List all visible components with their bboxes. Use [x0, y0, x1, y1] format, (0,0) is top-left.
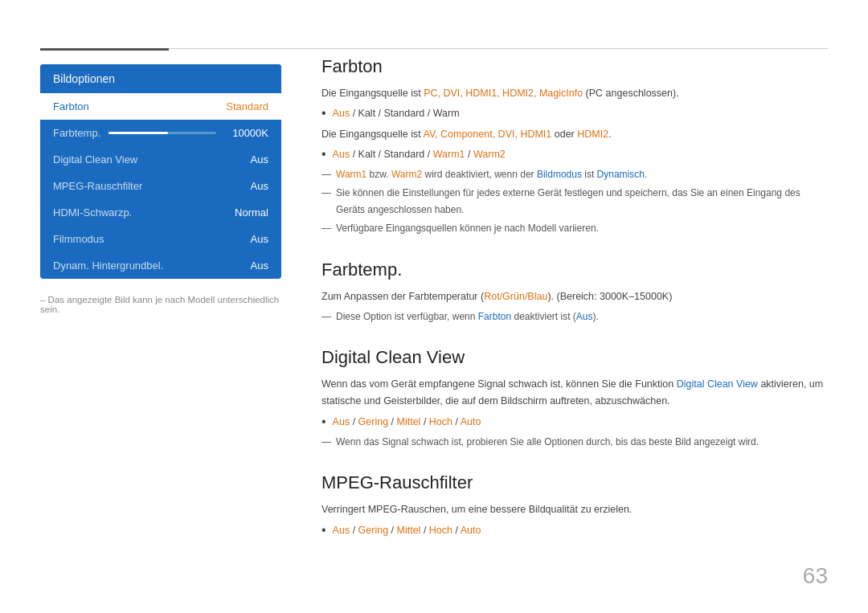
menu-item-value-dynam: Aus	[251, 260, 268, 272]
note-dash4: —	[321, 309, 331, 325]
mpeg-para1: Verringert MPEG-Rauschen, um eine besser…	[321, 501, 828, 518]
menu-item-value-film: Aus	[251, 233, 268, 245]
note-dash3: —	[321, 220, 331, 236]
section-title-farbton: Farbton	[321, 56, 828, 77]
dcv-para1: Wenn das vom Gerät empfangene Signal sch…	[321, 376, 828, 411]
menu-item-value-dcv: Aus	[251, 153, 268, 166]
mpeg-bullet1-text: Aus / Gering / Mittel / Hoch / Auto	[333, 522, 481, 539]
farbton-highlight-av: AV, Component, DVI, HDMI1	[423, 129, 551, 140]
section-title-dcv: Digital Clean View	[321, 347, 828, 368]
section-title-mpeg: MPEG-Rauschfilter	[321, 472, 828, 493]
top-divider-accent	[40, 48, 169, 51]
mpeg-bullet1: • Aus / Gering / Mittel / Hoch / Auto	[321, 522, 828, 539]
note-dash1: —	[321, 166, 331, 182]
bullet-dot3: •	[321, 415, 326, 428]
menu-item-mpeg[interactable]: MPEG-Rauschfilter Aus	[40, 173, 281, 199]
dcv-highlight: Digital Clean View	[677, 378, 758, 390]
farbton-highlight-pc: PC, DVI, HDMI1, HDMI2, MagicInfo	[424, 88, 583, 99]
section-farbtemp: Farbtemp. Zum Anpassen der Farbtemperatu…	[321, 260, 828, 325]
menu-item-label-dcv: Digital Clean View	[53, 153, 137, 166]
menu-item-filmmodus[interactable]: Filmmodus Aus	[40, 226, 281, 252]
farbton-note3: — Verfügbare Eingangsquellen können je n…	[321, 220, 828, 236]
farbton-bullet1-text: Aus / Kalt / Standard / Warm	[333, 105, 460, 122]
farbtemp-slider[interactable]	[108, 132, 216, 134]
farbtemp-note1: — Diese Option ist verfügbar, wenn Farbt…	[321, 309, 828, 325]
menu-item-hdmi[interactable]: HDMI-Schwarzp. Normal	[40, 199, 281, 226]
slider-fill	[108, 132, 168, 134]
note-dash2: —	[321, 185, 331, 201]
farbtemp-label: Farbtemp.	[53, 127, 100, 139]
bullet-dot4: •	[321, 524, 326, 537]
section-body-dcv: Wenn das vom Gerät empfangene Signal sch…	[321, 376, 828, 450]
dcv-bullet1-text: Aus / Gering / Mittel / Hoch / Auto	[333, 414, 481, 431]
farbtemp-para1: Zum Anpassen der Farbtemperatur (Rot/Grü…	[321, 288, 828, 305]
menu-item-farbtemp[interactable]: Farbtemp. 10000K	[40, 120, 281, 146]
farbtemp-highlight: Rot/Grün/Blau	[484, 291, 547, 302]
menu-item-dynam[interactable]: Dynam. Hintergrundbel. Aus	[40, 252, 281, 279]
page-number: 63	[803, 563, 828, 589]
menu-item-label-farbton: Farbton	[53, 100, 89, 112]
section-body-farbton: Die Eingangsquelle ist PC, DVI, HDMI1, H…	[321, 85, 828, 237]
farbton-note1: — Warm1 bzw. Warm2 wird deaktiviert, wen…	[321, 166, 828, 182]
farbton-bullet1: • Aus / Kalt / Standard / Warm	[321, 105, 828, 122]
section-farbton: Farbton Die Eingangsquelle ist PC, DVI, …	[321, 56, 828, 237]
section-mpeg: MPEG-Rauschfilter Verringert MPEG-Rausch…	[321, 472, 828, 539]
menu-item-label-mpeg: MPEG-Rauschfilter	[53, 180, 142, 192]
farbton-note2-text: Sie können die Einstellungen für jedes e…	[336, 185, 828, 218]
menu-item-digitalcleanview[interactable]: Digital Clean View Aus	[40, 146, 281, 173]
dcv-note1-text: Wenn das Signal schwach ist, probieren S…	[336, 434, 759, 450]
menu-item-value-farbton: Standard	[226, 100, 268, 112]
menu-title: Bildoptionen	[40, 64, 281, 93]
bullet-dot: •	[321, 107, 326, 120]
section-title-farbtemp: Farbtemp.	[321, 260, 828, 280]
dcv-note1: — Wenn das Signal schwach ist, probieren…	[321, 434, 828, 450]
bullet-dot2: •	[321, 148, 326, 161]
menu-item-label-hdmi: HDMI-Schwarzp.	[53, 206, 132, 219]
farbton-bullet2-text: Aus / Kalt / Standard / Warm1 / Warm2	[333, 146, 506, 163]
dcv-bullet1: • Aus / Gering / Mittel / Hoch / Auto	[321, 414, 828, 431]
farbton-para2: Die Eingangsquelle ist AV, Component, DV…	[321, 126, 828, 143]
section-digitalclean: Digital Clean View Wenn das vom Gerät em…	[321, 347, 828, 450]
menu-item-value-mpeg: Aus	[251, 180, 268, 192]
menu-box: Bildoptionen Farbton Standard Farbtemp. …	[40, 64, 281, 279]
section-body-mpeg: Verringert MPEG-Rauschen, um eine besser…	[321, 501, 828, 539]
farbtemp-value: 10000K	[224, 127, 268, 139]
left-panel: Bildoptionen Farbton Standard Farbtemp. …	[40, 64, 281, 314]
farbton-note3-text: Verfügbare Eingangsquellen können je nac…	[336, 220, 599, 236]
farbton-note2: — Sie können die Einstellungen für jedes…	[321, 185, 828, 218]
right-content: Farbton Die Eingangsquelle ist PC, DVI, …	[321, 56, 828, 562]
panel-caption: – Das angezeigte Bild kann je nach Model…	[40, 295, 281, 314]
menu-item-farbton[interactable]: Farbton Standard	[40, 93, 281, 120]
farbton-highlight-hdmi2: HDMI2	[577, 129, 608, 140]
farbton-note1-text: Warm1 bzw. Warm2 wird deaktiviert, wenn …	[336, 166, 647, 182]
menu-item-label-dynam: Dynam. Hintergrundbel.	[53, 260, 163, 272]
farbton-bullet2: • Aus / Kalt / Standard / Warm1 / Warm2	[321, 146, 828, 163]
section-body-farbtemp: Zum Anpassen der Farbtemperatur (Rot/Grü…	[321, 288, 828, 325]
menu-item-label-film: Filmmodus	[53, 233, 104, 245]
note-dash5: —	[321, 434, 331, 450]
farbtemp-note1-text: Diese Option ist verfügbar, wenn Farbton…	[336, 309, 599, 325]
farbton-para1: Die Eingangsquelle ist PC, DVI, HDMI1, H…	[321, 85, 828, 102]
menu-item-value-hdmi: Normal	[235, 206, 268, 219]
